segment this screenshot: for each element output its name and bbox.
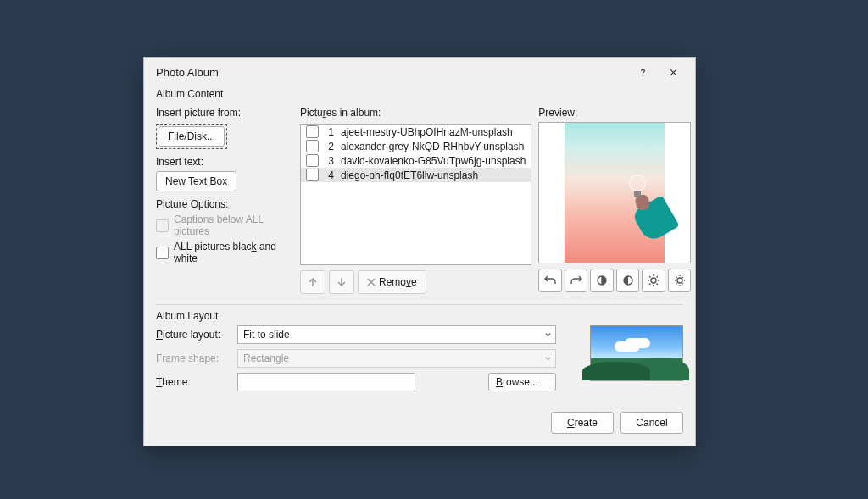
list-item-name: diego-ph-fIq0tET6llw-unsplash (341, 169, 526, 181)
preview-box (538, 122, 691, 263)
contrast-down-button[interactable] (616, 269, 640, 292)
help-icon (638, 68, 648, 77)
contrast-up-button[interactable] (590, 269, 614, 292)
list-item-name: ajeet-mestry-UBhpOIHnazM-unsplash (341, 126, 526, 138)
checkbox-icon[interactable] (306, 140, 319, 152)
list-item-index: 4 (326, 169, 334, 181)
frame-shape-label: Frame shape: (156, 352, 232, 364)
titlebar: Photo Album (144, 58, 695, 85)
list-item-index: 2 (326, 141, 334, 152)
browse-button[interactable]: Browse... (488, 373, 556, 391)
help-button[interactable] (627, 63, 658, 81)
list-item-index: 3 (326, 155, 334, 167)
list-item[interactable]: 1 ajeet-mestry-UBhpOIHnazM-unsplash (301, 125, 531, 139)
svg-point-3 (677, 278, 682, 283)
rotate-right-button[interactable] (565, 269, 588, 292)
insert-picture-from-label: Insert picture from: (156, 107, 293, 119)
pictures-in-album-label: Pictures in album: (300, 107, 531, 119)
list-item[interactable]: 3 david-kovalenko-G85VuTpw6jg-unsplash (301, 153, 531, 168)
theme-input[interactable] (237, 373, 415, 391)
checkbox-icon (156, 219, 169, 232)
checkbox-icon (156, 247, 169, 259)
album-content-label: Album Content (156, 88, 683, 100)
close-button[interactable] (658, 63, 688, 81)
album-layout-label: Album Layout (156, 310, 683, 322)
chevron-down-icon (544, 355, 552, 363)
dialog-buttons: Create Cancel (144, 402, 695, 446)
create-button[interactable]: Create (551, 412, 614, 434)
move-down-button (329, 270, 354, 294)
frame-shape-dropdown: Rectangle (237, 349, 556, 368)
captions-below-checkbox: Captions below ALL pictures (156, 213, 293, 237)
file-disk-focus: File/Disk... (156, 124, 227, 149)
contrast-up-icon (595, 274, 609, 287)
insert-text-label: Insert text: (156, 156, 293, 168)
rotate-left-icon (543, 274, 557, 287)
layout-grid: Picture layout: Fit to slide Frame shape… (156, 325, 573, 391)
preview-image (565, 123, 665, 263)
photo-album-dialog: Photo Album Album Content Insert picture… (143, 57, 696, 446)
checkbox-icon[interactable] (306, 169, 319, 181)
picture-options-label: Picture Options: (156, 198, 293, 210)
close-icon (669, 68, 678, 77)
preview-label: Preview: (538, 107, 691, 119)
checkbox-icon[interactable] (306, 125, 319, 138)
move-up-button (300, 270, 326, 294)
pictures-list[interactable]: 1 ajeet-mestry-UBhpOIHnazM-unsplash 2 al… (300, 124, 531, 265)
new-text-box-button[interactable]: New Text Box (156, 171, 236, 191)
frame-shape-value: Rectangle (243, 352, 289, 364)
brightness-down-button[interactable] (668, 269, 692, 292)
list-item[interactable]: 2 alexander-grey-NkQD-RHhbvY-unsplash (301, 139, 531, 153)
arrow-up-icon (307, 276, 319, 288)
picture-layout-label: Picture layout: (156, 329, 232, 341)
divider (156, 304, 683, 305)
picture-layout-value: Fit to slide (243, 329, 290, 341)
list-item-name: david-kovalenko-G85VuTpw6jg-unsplash (341, 155, 526, 167)
list-actions: Remove (300, 270, 531, 294)
dialog-title: Photo Album (156, 66, 627, 79)
svg-point-2 (651, 278, 656, 283)
list-item[interactable]: 4 diego-ph-fIq0tET6llw-unsplash (301, 168, 531, 182)
cancel-button[interactable]: Cancel (620, 412, 683, 434)
theme-label: Theme: (156, 376, 232, 388)
list-item-name: alexander-grey-NkQD-RHhbvY-unsplash (341, 141, 526, 152)
preview-column: Preview: (538, 103, 691, 294)
brightness-down-icon (673, 274, 687, 287)
brightness-up-icon (647, 274, 660, 287)
insert-column: Insert picture from: File/Disk... Insert… (156, 103, 293, 294)
captions-below-label: Captions below ALL pictures (174, 213, 293, 237)
remove-button: Remove (358, 270, 426, 294)
list-item-index: 1 (326, 126, 334, 138)
rotate-right-icon (570, 274, 583, 287)
picture-layout-dropdown[interactable]: Fit to slide (237, 325, 556, 344)
file-disk-button[interactable]: File/Disk... (159, 126, 225, 147)
chevron-down-icon (544, 331, 552, 339)
checkbox-icon[interactable] (306, 154, 319, 167)
pictures-column: Pictures in album: 1 ajeet-mestry-UBhpOI… (300, 103, 531, 294)
arrow-down-icon (336, 276, 348, 288)
preview-tools (538, 269, 691, 292)
all-bw-label: ALL pictures black and white (174, 241, 293, 264)
x-icon (367, 278, 376, 286)
brightness-up-button[interactable] (642, 269, 665, 292)
dialog-body: Album Content Insert picture from: File/… (144, 85, 695, 402)
all-bw-checkbox[interactable]: ALL pictures black and white (156, 241, 293, 264)
layout-thumbnail (590, 325, 683, 381)
rotate-left-button[interactable] (538, 269, 562, 292)
contrast-down-icon (621, 274, 635, 287)
